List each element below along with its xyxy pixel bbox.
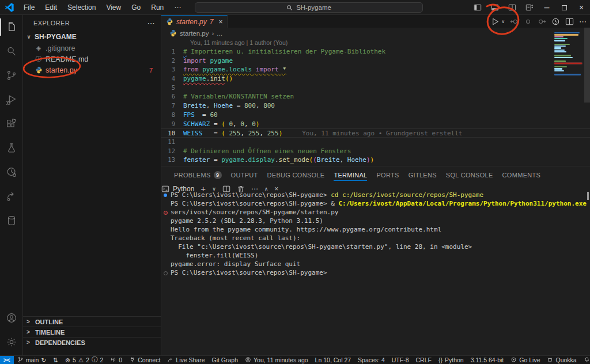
breadcrumb-separator-icon: › (212, 30, 214, 37)
section-timeline[interactable]: >TIMELINE (23, 327, 161, 337)
terminal-scrollbar-mark (587, 192, 589, 200)
menu-file[interactable]: File (19, 2, 39, 13)
menu-run[interactable]: Run (146, 2, 168, 13)
status-remote-indicator[interactable]: >< (0, 356, 14, 364)
account-icon[interactable] (0, 306, 23, 330)
vscode-logo-icon (4, 2, 14, 13)
activity-testing-icon[interactable] (0, 136, 23, 160)
file-item--gitignore[interactable]: ◈.gitignore (23, 43, 161, 54)
python-file-icon (166, 18, 173, 25)
panel-tab-output[interactable]: OUTPUT (226, 166, 263, 184)
minimap[interactable] (554, 32, 582, 75)
python-file-icon (35, 66, 43, 74)
terminal-output[interactable]: PS C:\Users\ivost\source\repos\SH-pygame… (161, 191, 590, 355)
tab-close-icon[interactable]: × (218, 18, 222, 26)
activity-explorer-icon[interactable] (0, 15, 23, 39)
search-icon (286, 5, 293, 11)
status-quokka[interactable]: Quokka (543, 356, 580, 364)
terminal-line-1: PS C:\Users\ivost\source\repos\SH-pygame… (161, 191, 590, 199)
menu-bar: FileEditSelectionViewGoRun⋯ (19, 2, 186, 13)
status-go-live[interactable]: Go Live (507, 356, 543, 364)
status-git-graph[interactable]: Git Graph (209, 356, 242, 364)
file-name: .gitignore (46, 44, 75, 52)
chevron-right-icon: > (27, 339, 32, 346)
toggle-panel-icon[interactable] (486, 0, 504, 15)
menu-[interactable]: ⋯ (169, 2, 186, 13)
toggle-sidebar-icon[interactable] (469, 0, 486, 15)
minimize-icon[interactable]: – (538, 0, 555, 15)
section-outline[interactable]: >OUTLINE (23, 316, 161, 327)
status-line-blame[interactable]: You, 11 minutes ago (241, 356, 312, 364)
menu-edit[interactable]: Edit (40, 2, 62, 13)
run-python-file-button[interactable] (491, 17, 500, 26)
status-bar: ><main↻⇅⊗5⚠2ⓘ20ConnectLive ShareGit Grap… (0, 355, 590, 364)
breadcrumb[interactable]: starten.py › ... (161, 28, 590, 39)
maximize-icon[interactable] (555, 0, 573, 15)
section-dependencies[interactable]: >DEPENDENCIES (23, 337, 161, 347)
notifications-bell-icon (584, 357, 590, 363)
activity-gitlens-icon[interactable] (0, 160, 23, 184)
status-cursor-position[interactable]: Ln 10, Col 27 (312, 356, 354, 364)
gitlens-file-history-icon[interactable] (551, 17, 560, 26)
activity-source-control-icon[interactable] (0, 63, 23, 88)
customize-layout-icon[interactable] (521, 0, 538, 15)
panel-tab-ports[interactable]: PORTS (372, 166, 403, 184)
activity-search-icon[interactable] (0, 39, 23, 63)
status-notifications-bell[interactable] (580, 356, 590, 364)
activity-extensions-icon[interactable] (0, 112, 23, 136)
status-problems-summary[interactable]: ⊗5⚠2ⓘ2 (62, 356, 107, 364)
gitignore-file-icon: ◈ (35, 44, 43, 52)
activity-run-debug-icon[interactable] (0, 88, 23, 112)
workspace-root-folder[interactable]: ∨ SH-PYGAME (23, 31, 161, 43)
explorer-more-actions-icon[interactable]: ⋯ (148, 19, 155, 28)
nav-next-change-icon[interactable] (538, 17, 546, 26)
command-center-search[interactable]: SH-pygame (195, 2, 423, 13)
status-gitlens-compare[interactable]: ⇅ (50, 356, 62, 364)
code-line-9: 9SCHWARZ = ( 0, 0, 0) (161, 120, 590, 129)
code-line-11: 11 (161, 138, 590, 147)
status-indentation[interactable]: Spaces: 4 (354, 356, 388, 364)
panel-tab-sql-console[interactable]: SQL CONSOLE (441, 166, 498, 184)
file-item-readme-md[interactable]: ⓘREADME.md (23, 54, 161, 65)
code-editor[interactable]: You, 11 minutes ago | 1 author (You) 1# … (161, 39, 590, 166)
menu-view[interactable]: View (101, 2, 126, 13)
editor-scrollbar[interactable] (584, 28, 590, 103)
status-python-interpreter[interactable]: 3.11.5 64-bit (467, 356, 508, 364)
tab-starten-py[interactable]: starten.py 7 × (161, 15, 228, 28)
panel-tab-terminal[interactable]: TERMINAL (329, 166, 372, 184)
run-dropdown-icon[interactable]: ∨ (501, 19, 505, 24)
split-editor-layout-icon[interactable] (504, 0, 521, 15)
close-window-icon[interactable]: × (573, 0, 590, 15)
activity-live-share-icon[interactable] (0, 184, 23, 208)
activity-database-icon[interactable] (0, 208, 23, 233)
panel-tab-debug-console[interactable]: DEBUG CONSOLE (263, 166, 330, 184)
status-git-branch[interactable]: main↻ (14, 356, 50, 364)
problems-count-badge: 9 (214, 171, 222, 179)
nav-change-icon[interactable] (524, 17, 532, 26)
split-editor-icon[interactable] (565, 17, 574, 26)
status-live-share[interactable]: Live Share (164, 356, 208, 364)
terminal-line-5: Hello from the pygame community. https:/… (161, 225, 590, 234)
status-connect[interactable]: Connect (126, 356, 164, 364)
settings-gear-icon[interactable] (0, 330, 23, 354)
command-success-icon (164, 194, 167, 197)
panel-tab-gitlens[interactable]: GITLENS (404, 166, 441, 184)
menu-selection[interactable]: Selection (63, 2, 100, 13)
status-eol[interactable]: CRLF (413, 356, 435, 364)
panel-tab-problems[interactable]: PROBLEMS9 (169, 166, 226, 184)
menu-go[interactable]: Go (127, 2, 145, 13)
nav-previous-change-icon[interactable] (510, 17, 519, 26)
file-item-starten-py[interactable]: starten.py7 (23, 65, 161, 75)
editor-more-actions-icon[interactable]: ⋯ (579, 17, 587, 26)
terminal-line-10: PS C:\Users\ivost\source\repos\SH-pygame… (161, 268, 590, 277)
status-encoding[interactable]: UTF-8 (388, 356, 413, 364)
status-language-mode[interactable]: {}Python (435, 356, 467, 364)
status-broadcast[interactable]: 0 (107, 356, 126, 364)
panel-tab-comments[interactable]: COMMENTS (498, 166, 546, 184)
chevron-right-icon: > (27, 318, 32, 325)
gitlens-inline-blame: You, 11 minutes ago • Grundgerüst erstel… (302, 129, 462, 137)
code-line-4: 4pygame.init() (161, 74, 590, 84)
editor-group: starten.py 7 × ∨ ⋯ starten.py › ... You,… (161, 15, 590, 166)
code-line-13: 13fenster = pygame.display.set_mode((Bre… (161, 156, 590, 165)
code-line-5: 5 (161, 84, 590, 93)
